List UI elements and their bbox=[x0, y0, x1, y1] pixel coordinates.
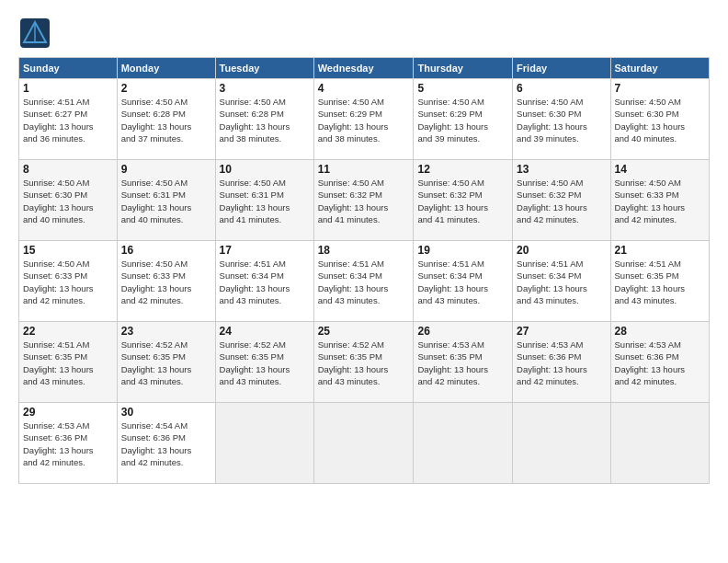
day-info: Sunrise: 4:53 AM Sunset: 6:36 PM Dayligh… bbox=[517, 339, 606, 387]
day-info: Sunrise: 4:51 AM Sunset: 6:34 PM Dayligh… bbox=[318, 258, 410, 306]
col-thursday: Thursday bbox=[414, 58, 513, 79]
day-info: Sunrise: 4:51 AM Sunset: 6:35 PM Dayligh… bbox=[23, 339, 113, 387]
calendar-cell: 13Sunrise: 4:50 AM Sunset: 6:32 PM Dayli… bbox=[513, 160, 610, 241]
calendar-cell: 21Sunrise: 4:51 AM Sunset: 6:35 PM Dayli… bbox=[610, 241, 709, 322]
calendar-cell: 8Sunrise: 4:50 AM Sunset: 6:30 PM Daylig… bbox=[19, 160, 118, 241]
calendar-cell: 27Sunrise: 4:53 AM Sunset: 6:36 PM Dayli… bbox=[513, 322, 610, 403]
day-number: 11 bbox=[318, 163, 410, 176]
logo bbox=[18, 17, 55, 50]
day-info: Sunrise: 4:50 AM Sunset: 6:30 PM Dayligh… bbox=[23, 177, 113, 225]
calendar-week-row: 22Sunrise: 4:51 AM Sunset: 6:35 PM Dayli… bbox=[19, 322, 710, 403]
day-number: 16 bbox=[121, 244, 211, 257]
day-number: 21 bbox=[615, 244, 705, 257]
calendar-cell: 28Sunrise: 4:53 AM Sunset: 6:36 PM Dayli… bbox=[610, 322, 709, 403]
calendar-cell: 23Sunrise: 4:52 AM Sunset: 6:35 PM Dayli… bbox=[117, 322, 215, 403]
calendar-cell bbox=[513, 403, 610, 484]
day-number: 13 bbox=[517, 163, 606, 176]
calendar-table: Sunday Monday Tuesday Wednesday Thursday… bbox=[18, 57, 710, 484]
day-info: Sunrise: 4:51 AM Sunset: 6:35 PM Dayligh… bbox=[615, 258, 705, 306]
day-info: Sunrise: 4:53 AM Sunset: 6:36 PM Dayligh… bbox=[615, 339, 705, 387]
day-number: 24 bbox=[220, 325, 310, 338]
day-number: 22 bbox=[23, 325, 113, 338]
day-info: Sunrise: 4:50 AM Sunset: 6:28 PM Dayligh… bbox=[121, 96, 211, 144]
day-info: Sunrise: 4:52 AM Sunset: 6:35 PM Dayligh… bbox=[121, 339, 211, 387]
day-info: Sunrise: 4:50 AM Sunset: 6:31 PM Dayligh… bbox=[121, 177, 211, 225]
calendar-week-row: 29Sunrise: 4:53 AM Sunset: 6:36 PM Dayli… bbox=[19, 403, 710, 484]
day-info: Sunrise: 4:50 AM Sunset: 6:30 PM Dayligh… bbox=[615, 96, 705, 144]
calendar-cell: 25Sunrise: 4:52 AM Sunset: 6:35 PM Dayli… bbox=[313, 322, 414, 403]
day-number: 1 bbox=[23, 82, 113, 95]
day-info: Sunrise: 4:50 AM Sunset: 6:33 PM Dayligh… bbox=[23, 258, 113, 306]
day-number: 7 bbox=[615, 82, 705, 95]
day-number: 15 bbox=[23, 244, 113, 257]
calendar-cell: 18Sunrise: 4:51 AM Sunset: 6:34 PM Dayli… bbox=[313, 241, 414, 322]
calendar-cell: 16Sunrise: 4:50 AM Sunset: 6:33 PM Dayli… bbox=[117, 241, 215, 322]
day-number: 3 bbox=[220, 82, 310, 95]
day-number: 25 bbox=[318, 325, 410, 338]
day-info: Sunrise: 4:52 AM Sunset: 6:35 PM Dayligh… bbox=[318, 339, 410, 387]
calendar-cell bbox=[414, 403, 513, 484]
day-info: Sunrise: 4:50 AM Sunset: 6:32 PM Dayligh… bbox=[417, 177, 508, 225]
calendar-cell: 17Sunrise: 4:51 AM Sunset: 6:34 PM Dayli… bbox=[215, 241, 313, 322]
page: Sunday Monday Tuesday Wednesday Thursday… bbox=[0, 0, 728, 563]
day-number: 10 bbox=[220, 163, 310, 176]
calendar-cell bbox=[610, 403, 709, 484]
day-number: 19 bbox=[417, 244, 508, 257]
day-number: 27 bbox=[517, 325, 606, 338]
calendar-cell bbox=[313, 403, 414, 484]
day-info: Sunrise: 4:50 AM Sunset: 6:31 PM Dayligh… bbox=[220, 177, 310, 225]
calendar-cell: 14Sunrise: 4:50 AM Sunset: 6:33 PM Dayli… bbox=[610, 160, 709, 241]
day-number: 4 bbox=[318, 82, 410, 95]
day-number: 29 bbox=[23, 406, 113, 419]
calendar-cell: 11Sunrise: 4:50 AM Sunset: 6:32 PM Dayli… bbox=[313, 160, 414, 241]
day-info: Sunrise: 4:54 AM Sunset: 6:36 PM Dayligh… bbox=[121, 419, 211, 468]
day-number: 18 bbox=[318, 244, 410, 257]
day-number: 12 bbox=[417, 163, 508, 176]
calendar-cell: 6Sunrise: 4:50 AM Sunset: 6:30 PM Daylig… bbox=[513, 79, 610, 160]
calendar-week-row: 8Sunrise: 4:50 AM Sunset: 6:30 PM Daylig… bbox=[19, 160, 710, 241]
day-info: Sunrise: 4:51 AM Sunset: 6:34 PM Dayligh… bbox=[517, 258, 606, 306]
day-number: 20 bbox=[517, 244, 606, 257]
logo-icon bbox=[18, 17, 51, 50]
calendar-cell: 15Sunrise: 4:50 AM Sunset: 6:33 PM Dayli… bbox=[19, 241, 118, 322]
calendar-cell: 26Sunrise: 4:53 AM Sunset: 6:35 PM Dayli… bbox=[414, 322, 513, 403]
day-number: 6 bbox=[517, 82, 606, 95]
calendar-week-row: 1Sunrise: 4:51 AM Sunset: 6:27 PM Daylig… bbox=[19, 79, 710, 160]
day-info: Sunrise: 4:50 AM Sunset: 6:29 PM Dayligh… bbox=[417, 96, 508, 144]
day-info: Sunrise: 4:50 AM Sunset: 6:29 PM Dayligh… bbox=[318, 96, 410, 144]
day-number: 30 bbox=[121, 406, 211, 419]
calendar-cell: 19Sunrise: 4:51 AM Sunset: 6:34 PM Dayli… bbox=[414, 241, 513, 322]
calendar-cell: 4Sunrise: 4:50 AM Sunset: 6:29 PM Daylig… bbox=[313, 79, 414, 160]
day-info: Sunrise: 4:50 AM Sunset: 6:32 PM Dayligh… bbox=[318, 177, 410, 225]
day-info: Sunrise: 4:53 AM Sunset: 6:36 PM Dayligh… bbox=[23, 419, 113, 468]
calendar-cell: 10Sunrise: 4:50 AM Sunset: 6:31 PM Dayli… bbox=[215, 160, 313, 241]
calendar-cell: 5Sunrise: 4:50 AM Sunset: 6:29 PM Daylig… bbox=[414, 79, 513, 160]
calendar-cell: 24Sunrise: 4:52 AM Sunset: 6:35 PM Dayli… bbox=[215, 322, 313, 403]
calendar-header-row: Sunday Monday Tuesday Wednesday Thursday… bbox=[19, 58, 710, 79]
day-number: 23 bbox=[121, 325, 211, 338]
col-monday: Monday bbox=[117, 58, 215, 79]
day-info: Sunrise: 4:50 AM Sunset: 6:30 PM Dayligh… bbox=[517, 96, 606, 144]
col-wednesday: Wednesday bbox=[313, 58, 414, 79]
col-friday: Friday bbox=[513, 58, 610, 79]
calendar-cell: 29Sunrise: 4:53 AM Sunset: 6:36 PM Dayli… bbox=[19, 403, 118, 484]
calendar-cell bbox=[215, 403, 313, 484]
day-number: 17 bbox=[220, 244, 310, 257]
day-info: Sunrise: 4:50 AM Sunset: 6:33 PM Dayligh… bbox=[615, 177, 705, 225]
day-info: Sunrise: 4:52 AM Sunset: 6:35 PM Dayligh… bbox=[220, 339, 310, 387]
header bbox=[18, 17, 710, 50]
calendar-cell: 22Sunrise: 4:51 AM Sunset: 6:35 PM Dayli… bbox=[19, 322, 118, 403]
day-number: 2 bbox=[121, 82, 211, 95]
day-number: 28 bbox=[615, 325, 705, 338]
day-number: 8 bbox=[23, 163, 113, 176]
calendar-cell: 1Sunrise: 4:51 AM Sunset: 6:27 PM Daylig… bbox=[19, 79, 118, 160]
calendar-cell: 20Sunrise: 4:51 AM Sunset: 6:34 PM Dayli… bbox=[513, 241, 610, 322]
day-info: Sunrise: 4:50 AM Sunset: 6:33 PM Dayligh… bbox=[121, 258, 211, 306]
calendar-week-row: 15Sunrise: 4:50 AM Sunset: 6:33 PM Dayli… bbox=[19, 241, 710, 322]
col-tuesday: Tuesday bbox=[215, 58, 313, 79]
day-info: Sunrise: 4:51 AM Sunset: 6:34 PM Dayligh… bbox=[417, 258, 508, 306]
day-info: Sunrise: 4:53 AM Sunset: 6:35 PM Dayligh… bbox=[417, 339, 508, 387]
day-number: 14 bbox=[615, 163, 705, 176]
calendar-cell: 30Sunrise: 4:54 AM Sunset: 6:36 PM Dayli… bbox=[117, 403, 215, 484]
day-number: 5 bbox=[417, 82, 508, 95]
